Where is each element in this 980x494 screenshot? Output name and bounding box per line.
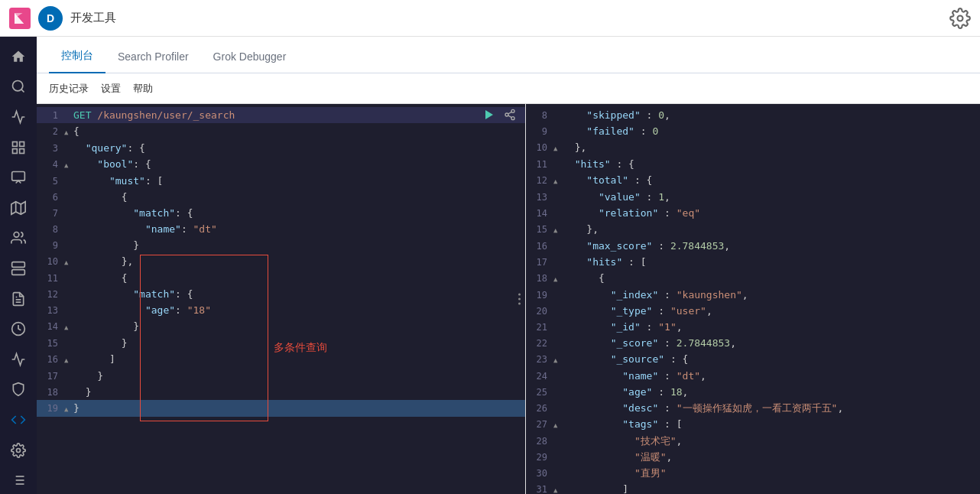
sidebar-item-maps[interactable] xyxy=(5,194,32,222)
svg-rect-7 xyxy=(12,172,25,181)
sidebar-item-discover[interactable] xyxy=(5,73,32,101)
code-line-11: 11 { xyxy=(37,270,525,286)
svg-rect-6 xyxy=(13,148,18,153)
svg-point-28 xyxy=(505,113,508,116)
code-line-17: 17 } xyxy=(37,368,525,384)
main-layout: 控制台 Search Profiler Grok Debugger 历史记录 设… xyxy=(0,37,980,494)
svg-rect-0 xyxy=(9,8,31,29)
svg-point-2 xyxy=(13,81,23,91)
right-line-13: 13 "value" : 1, xyxy=(526,189,980,205)
right-line-23: 23 ▲ "_source" : { xyxy=(526,351,980,368)
code-line-5: 5 "must": [ xyxy=(37,173,525,189)
sidebar-item-management[interactable] xyxy=(5,437,32,464)
right-line-9: 9 "failed" : 0 xyxy=(526,123,980,139)
top-bar: D 开发工具 xyxy=(0,0,980,37)
code-editor-right: 8 "skipped" : 0, 9 "failed" : 0 10 ▲ xyxy=(526,104,980,494)
right-line-11: 11 "hits" : { xyxy=(526,156,980,172)
code-line-12: 12 "match": { xyxy=(37,286,525,302)
sidebar-item-infrastructure[interactable] xyxy=(5,255,32,282)
right-line-26: 26 "desc" : "一顿操作猛如虎，一看工资两千五", xyxy=(526,400,980,416)
copy-button[interactable] xyxy=(501,106,519,124)
sidebar-item-ml[interactable] xyxy=(5,225,32,252)
tab-search-profiler[interactable]: Search Profiler xyxy=(105,41,201,73)
right-line-25: 25 "age" : 18, xyxy=(526,384,980,400)
code-line-1: 1 GET /kaungshen/user/_search xyxy=(37,107,525,123)
right-line-15: 15 ▲ }, xyxy=(526,221,980,238)
run-button[interactable] xyxy=(479,106,498,124)
sidebar xyxy=(0,37,37,494)
sidebar-item-siem[interactable] xyxy=(5,376,32,404)
sidebar-item-devtools[interactable] xyxy=(5,406,32,434)
right-line-21: 21 "_id" : "1", xyxy=(526,319,980,335)
svg-line-30 xyxy=(508,115,512,118)
content-area: 控制台 Search Profiler Grok Debugger 历史记录 设… xyxy=(37,37,980,494)
code-line-6: 6 { xyxy=(37,189,525,205)
right-line-17: 17 "hits" : [ xyxy=(526,254,980,270)
code-line-13: 13 "age": "18" xyxy=(37,302,525,318)
sidebar-item-visualize[interactable] xyxy=(5,103,32,131)
svg-point-29 xyxy=(511,117,514,120)
code-line-2: 2 ▲ { xyxy=(37,123,525,140)
code-line-7: 7 "match": { xyxy=(37,205,525,221)
code-line-18: 18 } xyxy=(37,384,525,400)
toolbar-settings[interactable]: 设置 xyxy=(101,82,121,96)
editor-area: 1 GET /kaungshen/user/_search 2 ▲ { 3 xyxy=(37,104,980,494)
svg-rect-12 xyxy=(12,262,25,268)
sidebar-item-bottom[interactable] xyxy=(5,466,32,494)
settings-icon-top[interactable] xyxy=(949,8,971,29)
toolbar-help[interactable]: 帮助 xyxy=(133,82,153,96)
svg-rect-13 xyxy=(12,270,25,275)
right-line-27: 27 ▲ "tags" : [ xyxy=(526,416,980,433)
editor-actions xyxy=(479,106,519,124)
tab-bar: 控制台 Search Profiler Grok Debugger xyxy=(37,37,980,73)
code-line-14: 14 ▲ } xyxy=(37,318,525,335)
right-line-30: 30 "直男" xyxy=(526,465,980,481)
right-line-16: 16 "max_score" : 2.7844853, xyxy=(526,238,980,254)
right-line-18: 18 ▲ { xyxy=(526,270,980,287)
svg-point-19 xyxy=(17,448,21,452)
svg-rect-4 xyxy=(20,141,24,146)
sidebar-item-logs[interactable] xyxy=(5,285,32,313)
sidebar-item-uptime[interactable] xyxy=(5,346,32,373)
annotation-label: 多条件查询 xyxy=(274,341,327,355)
code-line-19: 19 ▲ } xyxy=(37,400,525,417)
tab-console[interactable]: 控制台 xyxy=(49,40,105,73)
right-line-8: 8 "skipped" : 0, xyxy=(526,107,980,123)
code-line-9: 9 } xyxy=(37,237,525,253)
svg-marker-26 xyxy=(485,110,493,119)
svg-rect-5 xyxy=(20,148,24,153)
code-line-10: 10 ▲ }, xyxy=(37,253,525,270)
svg-line-31 xyxy=(508,112,512,114)
sidebar-item-apm[interactable] xyxy=(5,315,32,343)
toolbar-history[interactable]: 历史记录 xyxy=(49,82,89,96)
right-line-22: 22 "_score" : 2.7844853, xyxy=(526,335,980,351)
tab-grok-debugger[interactable]: Grok Debugger xyxy=(201,41,299,73)
right-line-24: 24 "name" : "dt", xyxy=(526,368,980,384)
right-panel[interactable]: 8 "skipped" : 0, 9 "failed" : 0 10 ▲ xyxy=(526,104,980,494)
svg-point-1 xyxy=(958,15,963,21)
svg-point-11 xyxy=(14,232,19,238)
svg-rect-3 xyxy=(13,141,18,146)
sidebar-item-dashboard[interactable] xyxy=(5,134,32,161)
user-avatar: D xyxy=(38,6,63,31)
right-line-12: 12 ▲ "total" : { xyxy=(526,172,980,189)
right-line-19: 19 "_index" : "kaungshen", xyxy=(526,287,980,303)
panel-resize-handle[interactable] xyxy=(514,289,525,310)
sidebar-item-home[interactable] xyxy=(5,43,32,70)
right-line-28: 28 "技术宅", xyxy=(526,433,980,449)
sidebar-item-canvas[interactable] xyxy=(5,164,32,191)
code-line-8: 8 "name": "dt" xyxy=(37,221,525,237)
code-line-3: 3 "query": { xyxy=(37,140,525,156)
right-line-20: 20 "_type" : "user", xyxy=(526,303,980,319)
right-line-29: 29 "温暖", xyxy=(526,449,980,465)
toolbar: 历史记录 设置 帮助 xyxy=(37,73,980,104)
left-panel: 1 GET /kaungshen/user/_search 2 ▲ { 3 xyxy=(37,104,526,494)
svg-point-27 xyxy=(511,109,514,112)
code-editor-left[interactable]: 1 GET /kaungshen/user/_search 2 ▲ { 3 xyxy=(37,104,525,494)
app-title: 开发工具 xyxy=(70,11,942,25)
right-line-31: 31 ▲ ] xyxy=(526,481,980,494)
code-line-4: 4 ▲ "bool": { xyxy=(37,156,525,173)
right-line-10: 10 ▲ }, xyxy=(526,139,980,156)
kibana-logo xyxy=(9,8,31,29)
right-line-14: 14 "relation" : "eq" xyxy=(526,205,980,221)
